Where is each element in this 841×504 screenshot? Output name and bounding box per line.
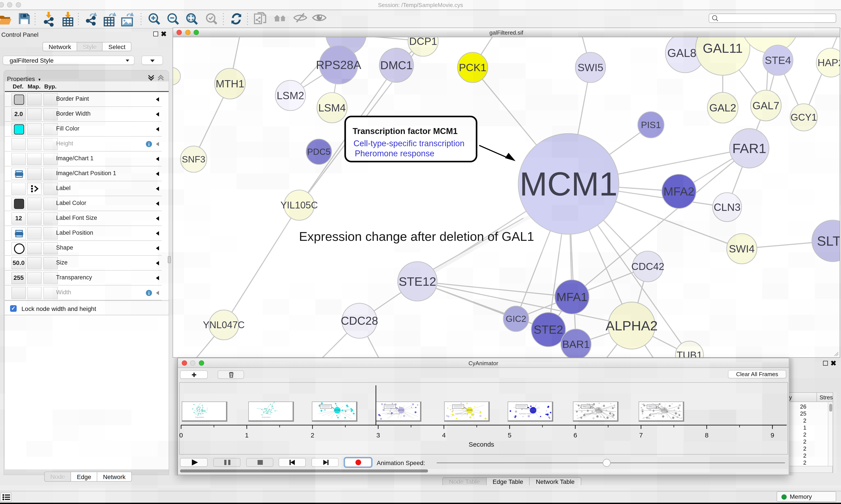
svg-text:FAR1: FAR1: [732, 141, 766, 156]
svg-text:7: 7: [639, 432, 643, 439]
svg-text:5: 5: [508, 432, 512, 439]
svg-text:0: 0: [180, 432, 183, 439]
